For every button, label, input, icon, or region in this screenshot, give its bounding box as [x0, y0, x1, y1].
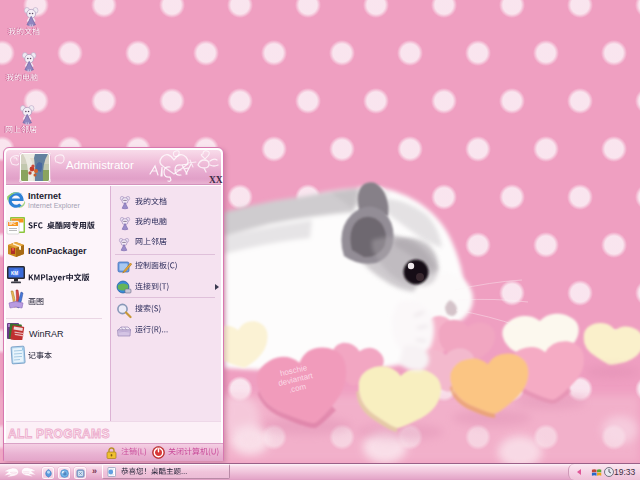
- svg-text:KM: KM: [11, 271, 18, 276]
- svg-text:SFC: SFC: [9, 222, 16, 226]
